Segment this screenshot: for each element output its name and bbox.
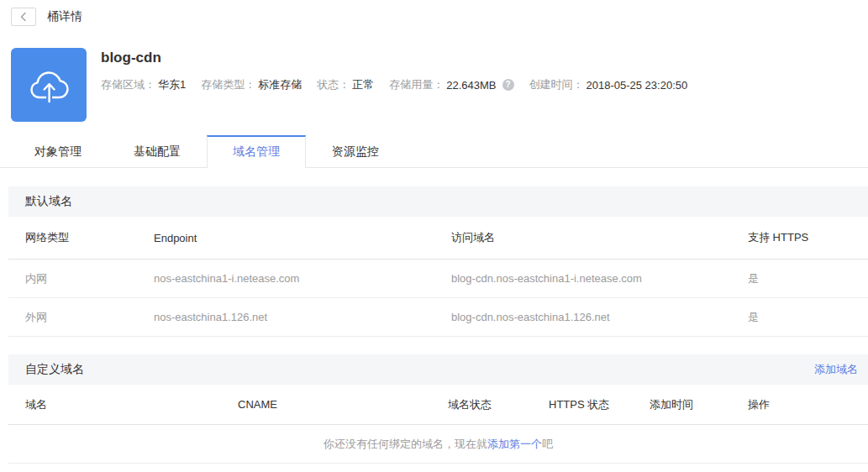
tab-basic-config[interactable]: 基础配置 <box>108 135 207 167</box>
col-access-domain: 访问域名 <box>451 230 748 245</box>
help-icon[interactable]: ? <box>502 79 514 91</box>
add-domain-link[interactable]: 添加域名 <box>814 362 858 377</box>
empty-state-text: 吧 <box>542 437 553 452</box>
bucket-header: blog-cdn 存储区域： 华东1 存储类型： 标准存储 状态： 正常 存储用… <box>11 48 868 122</box>
bucket-meta: 存储区域： 华东1 存储类型： 标准存储 状态： 正常 存储用量： 22.643… <box>101 77 702 92</box>
cloud-upload-icon <box>25 64 72 106</box>
endpoint-cell: nos-eastchina1-i.netease.com <box>154 272 451 285</box>
status-value: 正常 <box>352 77 374 92</box>
meta-status: 状态： 正常 <box>317 77 374 92</box>
section-title: 默认域名 <box>25 194 72 209</box>
col-https-status: HTTPS 状态 <box>549 397 650 412</box>
meta-storage-type: 存储类型： 标准存储 <box>201 77 302 92</box>
col-network-type: 网络类型 <box>8 230 154 245</box>
col-domain: 域名 <box>8 397 238 412</box>
tab-domain-management[interactable]: 域名管理 <box>207 135 306 168</box>
empty-state-text: 你还没有任何绑定的域名，现在就 <box>324 437 487 452</box>
table-header-row: 网络类型 Endpoint 访问域名 支持 HTTPS <box>8 217 868 260</box>
table-row: 外网 nos-eastchina1.126.net blog-cdn.nos-e… <box>8 298 868 337</box>
endpoint-cell: nos-eastchina1.126.net <box>154 311 451 323</box>
col-https-support: 支持 HTTPS <box>748 230 868 245</box>
empty-state: 你还没有任何绑定的域名，现在就添加第一个吧 <box>8 425 868 464</box>
tab-resource-monitor[interactable]: 资源监控 <box>306 135 405 167</box>
bucket-name: blog-cdn <box>101 50 702 66</box>
access-domain-cell: blog-cdn.nos-eastchina1-i.netease.com <box>451 272 748 285</box>
add-first-domain-link[interactable]: 添加第一个 <box>487 437 542 452</box>
col-actions: 操作 <box>748 397 868 412</box>
table-header-row: 域名 CNAME 域名状态 HTTPS 状态 添加时间 操作 <box>8 385 868 425</box>
default-domains-table: 网络类型 Endpoint 访问域名 支持 HTTPS 内网 nos-eastc… <box>8 217 868 337</box>
col-domain-status: 域名状态 <box>448 397 549 412</box>
custom-domains-table: 域名 CNAME 域名状态 HTTPS 状态 添加时间 操作 你还没有任何绑定的… <box>8 385 868 464</box>
chevron-left-icon <box>18 11 29 23</box>
table-row: 内网 nos-eastchina1-i.netease.com blog-cdn… <box>8 260 868 298</box>
col-added-time: 添加时间 <box>650 397 748 412</box>
col-cname: CNAME <box>238 398 448 411</box>
bucket-info: blog-cdn 存储区域： 华东1 存储类型： 标准存储 状态： 正常 存储用… <box>101 48 702 122</box>
access-domain-cell: blog-cdn.nos-eastchina1.126.net <box>451 311 748 323</box>
network-type-cell: 内网 <box>8 271 154 286</box>
tab-object-management[interactable]: 对象管理 <box>8 135 108 167</box>
col-endpoint: Endpoint <box>154 232 451 244</box>
bucket-avatar <box>11 48 87 122</box>
meta-created-time: 创建时间： 2018-05-25 23:20:50 <box>529 77 688 92</box>
section-title: 自定义域名 <box>25 362 84 377</box>
back-button[interactable] <box>11 8 36 26</box>
topbar: 桶详情 <box>11 8 868 26</box>
meta-storage-usage: 存储用量： 22.643MB ? <box>389 77 513 92</box>
https-cell: 是 <box>748 271 868 286</box>
https-cell: 是 <box>748 310 868 325</box>
section-default-domains: 默认域名 <box>8 186 868 217</box>
network-type-cell: 外网 <box>8 310 154 325</box>
section-custom-domains: 自定义域名 添加域名 <box>8 354 868 385</box>
tab-bar: 对象管理 基础配置 域名管理 资源监控 <box>0 135 868 168</box>
page-title: 桶详情 <box>47 9 82 24</box>
meta-storage-region: 存储区域： 华东1 <box>101 77 186 92</box>
